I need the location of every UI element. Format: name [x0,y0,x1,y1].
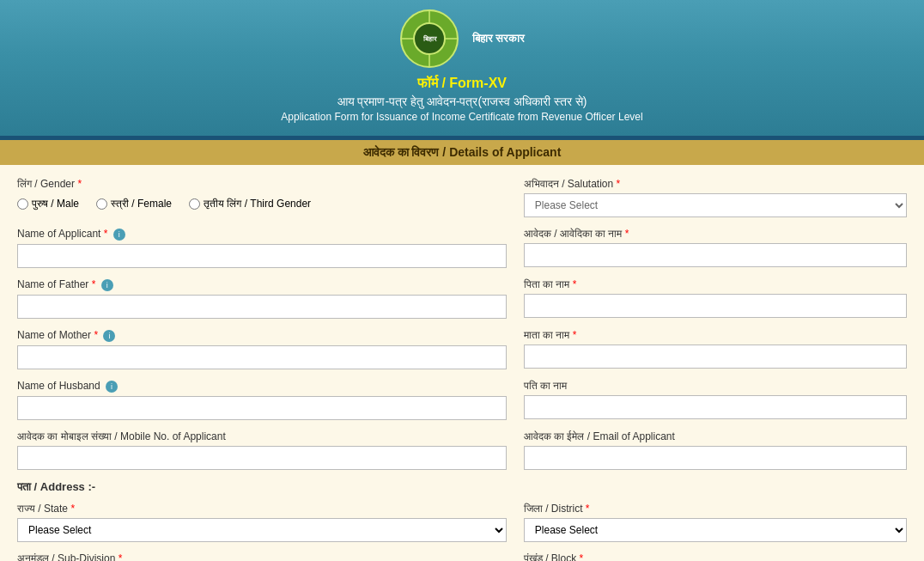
address-label: पता / Address :- [17,480,907,494]
mother-name-col-left: Name of Mother * i [17,329,507,369]
father-name-row: Name of Father * i पिता का नाम * [17,278,907,319]
district-col: जिला / District * Please Select [524,503,907,542]
husband-name-hindi-label: पति का नाम [524,380,907,392]
state-label: राज्य / State * [17,503,507,515]
salutation-select[interactable]: Please Select [524,193,907,217]
district-select[interactable]: Please Select [524,518,907,542]
husband-name-hindi-input[interactable] [524,395,907,419]
husband-name-label: Name of Husband i [17,380,507,393]
subdivision-label: अनुमंडल / Sub-Division * [17,552,507,561]
mobile-input[interactable] [17,446,507,470]
mother-name-label: Name of Mother * i [17,329,507,342]
applicant-name-info-icon[interactable]: i [113,229,125,241]
section-title: आवेदक का विवरण / Details of Applicant [0,140,924,165]
father-name-hindi-label: पिता का नाम * [524,278,907,290]
husband-name-row: Name of Husband i पति का नाम [17,380,907,420]
father-name-info-icon[interactable]: i [101,279,113,291]
email-col: आवेदक का ईमेल / Email of Applicant [524,430,907,470]
husband-name-input[interactable] [17,396,507,420]
mother-name-info-icon[interactable]: i [103,330,115,342]
applicant-name-hindi-input[interactable] [524,243,907,267]
gender-col: लिंग / Gender * पुरुष / Male स्त्री / Fe… [17,178,507,217]
email-label: आवेदक का ईमेल / Email of Applicant [524,430,907,442]
gender-row: लिंग / Gender * पुरुष / Male स्त्री / Fe… [17,178,907,217]
father-name-col-left: Name of Father * i [17,278,507,319]
district-label: जिला / District * [524,503,907,515]
state-district-row: राज्य / State * Please Select जिला / Dis… [17,503,907,542]
husband-name-col-right: पति का नाम [524,380,907,420]
page-header: बिहार बिहार सरकार फॉर्म / Form-XV आय प्र… [0,0,924,136]
state-select[interactable]: Please Select [17,518,507,542]
block-label: पंखंड / Block * [524,552,907,561]
address-section: पता / Address :- [17,480,907,494]
applicant-name-col-right: आवेदक / आवेदिका का नाम * [524,228,907,268]
salutation-col: अभिवादन / Salutation * Please Select [524,178,907,217]
mobile-label: आवेदक का मोबाइल संख्या / Mobile No. of A… [17,430,507,442]
gender-male-radio[interactable] [17,198,28,210]
email-input[interactable] [524,446,907,470]
header-hindi-title: आय प्रमाण-पत्र हेतु आवेदन-पत्र(राजस्व अध… [17,95,907,109]
header-english-title: Application Form for Issuance of Income … [17,111,907,123]
subdivision-col: अनुमंडल / Sub-Division * Please Select [17,552,507,561]
father-name-label: Name of Father * i [17,278,507,291]
applicant-name-col-left: Name of Applicant * i [17,228,507,268]
gender-third[interactable]: तृतीय लिंग / Third Gender [189,198,311,210]
applicant-name-row: Name of Applicant * i आवेदक / आवेदिका का… [17,228,907,268]
husband-name-info-icon[interactable]: i [106,381,118,393]
mother-name-hindi-input[interactable] [524,345,907,369]
mobile-email-row: आवेदक का मोबाइल संख्या / Mobile No. of A… [17,430,907,470]
husband-name-col-left: Name of Husband i [17,380,507,420]
gender-male[interactable]: पुरुष / Male [17,198,79,210]
applicant-name-label: Name of Applicant * i [17,228,507,241]
salutation-label: अभिवादन / Salutation * [524,178,907,190]
mother-name-col-right: माता का नाम * [524,329,907,369]
gender-third-radio[interactable] [189,198,200,210]
applicant-name-input[interactable] [17,244,507,268]
state-col: राज्य / State * Please Select [17,503,507,542]
father-name-col-right: पिता का नाम * [524,278,907,319]
gender-female[interactable]: स्त्री / Female [96,198,172,210]
mobile-col: आवेदक का मोबाइल संख्या / Mobile No. of A… [17,430,507,470]
mother-name-row: Name of Mother * i माता का नाम * [17,329,907,369]
subdivision-block-row: अनुमंडल / Sub-Division * Please Select प… [17,552,907,561]
salutation-wrapper: Please Select [524,193,907,217]
gender-options: पुरुष / Male स्त्री / Female तृतीय लिंग … [17,193,507,210]
mother-name-hindi-label: माता का नाम * [524,329,907,341]
form-container: लिंग / Gender * पुरुष / Male स्त्री / Fe… [0,165,924,561]
father-name-input[interactable] [17,295,507,319]
mother-name-input[interactable] [17,345,507,369]
applicant-name-hindi-label: आवेदक / आवेदिका का नाम * [524,228,907,240]
svg-text:बिहार: बिहार [422,34,436,43]
block-col: पंखंड / Block * Please Select [524,552,907,561]
logo-area: बिहार बिहार सरकार [17,9,907,69]
father-name-hindi-input[interactable] [524,294,907,318]
gender-female-radio[interactable] [96,198,107,210]
gender-label: लिंग / Gender * [17,178,507,190]
form-number: फॉर्म / Form-XV [17,76,907,91]
